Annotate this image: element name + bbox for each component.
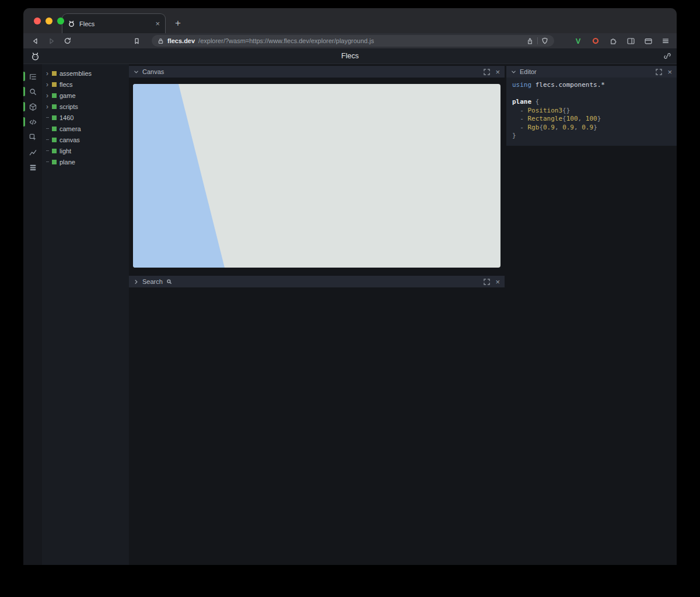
entity-color-square [52,138,57,142]
editor-panel-title: Editor [520,68,537,75]
close-icon[interactable]: × [495,278,500,286]
flecs-logo-icon [30,51,40,61]
sidebar-tree-icon[interactable] [28,72,37,81]
rendered-scene [133,84,501,268]
sidebar-stats-icon[interactable] [28,148,37,157]
reload-button[interactable] [62,35,74,47]
tree-item[interactable]: plane [42,156,129,167]
tree-item-label: canvas [60,136,80,143]
menu-hamburger-icon[interactable] [660,36,671,46]
tree-item-toggle[interactable] [46,128,52,129]
entity-color-square [52,104,57,109]
tree-item[interactable]: › game [42,90,129,101]
entity-color-square [52,160,57,164]
tree-expand-icon[interactable]: › [46,92,48,99]
tree-item-toggle[interactable]: › [46,92,52,99]
code-line: plane { [512,98,671,107]
bookmark-icon[interactable] [131,35,142,47]
close-icon[interactable]: × [667,68,672,76]
browser-toolbar: flecs.dev/explorer/?wasm=https://www.fle… [23,33,677,48]
sidebar-cube-icon[interactable] [28,102,37,111]
code-line: } [512,132,671,141]
app-header: Flecs [23,48,677,64]
search-icon [166,279,172,285]
url-path: /explorer/?wasm=https://www.flecs.dev/ex… [198,37,374,44]
expand-chevron-icon[interactable] [134,279,139,285]
tree-expand-icon[interactable]: › [46,103,48,110]
search-panel-title: Search [142,278,163,285]
tree-expand-icon[interactable]: › [46,70,48,77]
canvas-panel-title: Canvas [142,68,164,75]
canvas-panel-header: Canvas × [129,66,505,78]
extension-buttons: V [573,36,671,46]
tree-item-label: 1460 [60,114,74,121]
tree-item-toggle[interactable]: › [46,81,52,88]
collapse-chevron-icon[interactable] [511,69,516,75]
close-window-button[interactable] [34,17,41,24]
tree-item-label: camera [60,125,81,132]
entity-color-square [52,127,57,131]
entity-color-square [52,149,57,153]
tree-item[interactable]: light [42,145,129,156]
tool-sidebar [23,64,42,565]
fullscreen-icon[interactable] [484,69,490,75]
tree-item-label: light [60,148,71,154]
tree-item-toggle[interactable] [46,139,52,140]
entity-color-square [52,71,57,76]
tree-item[interactable]: canvas [42,134,129,145]
tree-item[interactable]: › assemblies [42,68,129,79]
flecs-favicon-icon [68,20,75,27]
browser-tab[interactable]: Flecs × [62,13,166,33]
active-indicator [23,117,25,127]
collapse-chevron-icon[interactable] [134,69,139,75]
share-link-icon[interactable] [663,52,671,60]
tree-item-toggle[interactable]: › [46,70,52,77]
extensions-puzzle-icon[interactable] [608,36,618,46]
editor-column: Editor × using flecs.components.* plane … [505,64,677,565]
tree-item-toggle[interactable] [46,117,52,118]
editor-code[interactable]: using flecs.components.* plane { - Posit… [506,78,677,146]
zoom-window-button[interactable] [57,17,64,24]
entity-color-square [52,115,57,120]
sidebar-panel-icon[interactable] [625,36,636,46]
window-controls [34,17,64,24]
fullscreen-icon[interactable] [484,279,490,285]
minimize-window-button[interactable] [46,17,52,24]
tab-close-icon[interactable]: × [155,20,160,27]
tree-item-toggle[interactable] [46,150,52,151]
render-canvas[interactable] [133,84,501,268]
browser-window: Flecs × + flecs.dev/explorer/?wasm=https… [23,8,677,565]
tree-item-label: game [60,92,76,99]
new-tab-button[interactable]: + [170,16,186,31]
fullscreen-icon[interactable] [656,69,662,75]
close-icon[interactable]: × [495,68,500,76]
tree-expand-icon[interactable]: › [46,81,48,88]
tree-item[interactable]: › scripts [42,101,129,112]
tab-title: Flecs [79,20,151,27]
tree-leaf-dash [46,117,49,118]
code-line: - Position3{} [512,107,671,115]
tree-item[interactable]: › flecs [42,79,129,90]
forward-button[interactable] [46,35,57,47]
editor-panel-header: Editor × [506,66,677,78]
shield-icon[interactable] [541,37,548,44]
code-line: - Rectangle{100, 100} [512,115,671,124]
back-button[interactable] [29,35,41,47]
tree-item-toggle[interactable]: › [46,103,52,110]
tree-item[interactable]: camera [42,123,129,134]
tree-item[interactable]: 1460 [42,112,129,123]
search-panel-header[interactable]: Search × [129,276,505,287]
wallet-icon[interactable] [643,36,653,46]
active-indicator [23,102,25,111]
sidebar-search-icon[interactable] [28,87,37,96]
tree-item-toggle[interactable] [46,161,52,162]
sidebar-code-icon[interactable] [28,117,37,127]
url-bar[interactable]: flecs.dev/explorer/?wasm=https://www.fle… [152,35,554,47]
adblock-extension-icon[interactable] [590,36,601,46]
lock-icon [158,38,164,44]
sidebar-inspector-icon[interactable] [28,132,37,142]
share-icon[interactable] [526,37,534,45]
tab-strip: Flecs × + [23,8,677,33]
vimium-extension-icon[interactable]: V [573,36,583,46]
sidebar-rows-icon[interactable] [28,163,37,172]
